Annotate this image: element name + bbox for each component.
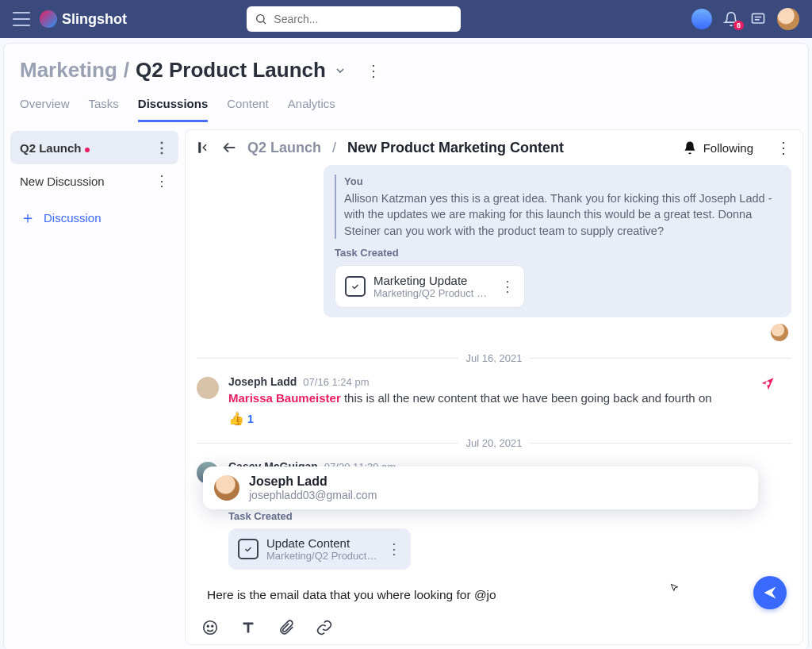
add-discussion-label: Discussion — [44, 211, 102, 225]
task-card[interactable]: Marketing Update Marketing/Q2 Product L…… — [335, 265, 525, 308]
following-label: Following — [703, 141, 753, 155]
back-button[interactable] — [220, 139, 238, 156]
message-composer — [186, 576, 802, 644]
discussion-more-button[interactable]: ⋮ — [776, 138, 791, 157]
message-time: 07/16 1:24 pm — [303, 376, 369, 388]
tab-content[interactable]: Content — [227, 97, 269, 122]
text-format-icon — [239, 619, 257, 636]
workspace-more-button[interactable]: ⋮ — [366, 61, 381, 80]
tab-tasks[interactable]: Tasks — [89, 97, 119, 122]
discussion-pane: Q2 Launch / New Product Marketing Conten… — [185, 129, 803, 645]
brand[interactable]: Slingshot — [40, 10, 127, 28]
global-search[interactable] — [247, 6, 461, 32]
plus-icon: ＋ — [20, 207, 36, 228]
sidebar-item-label: Q2 Launch — [20, 141, 82, 155]
mention-suggestion-popup[interactable]: Joseph Ladd josephladd03@gmail.com — [203, 467, 758, 509]
svg-point-10 — [212, 625, 213, 627]
chat-icon — [750, 11, 766, 27]
send-icon — [762, 585, 778, 601]
svg-rect-2 — [752, 13, 764, 23]
compose-input[interactable] — [201, 582, 787, 608]
date-divider: Jul 16, 2021 — [197, 352, 791, 364]
tab-discussions[interactable]: Discussions — [138, 97, 208, 122]
task-more-button[interactable]: ⋮ — [387, 540, 401, 558]
breadcrumb-separator: / — [124, 58, 129, 83]
brand-name: Slingshot — [62, 11, 127, 28]
task-name: Update Content — [266, 536, 379, 550]
mention-email: josephladd03@gmail.com — [249, 489, 377, 501]
breadcrumb-chevron-icon[interactable] — [334, 64, 347, 77]
sidebar-item-new-discussion[interactable]: New Discussion ⋮ — [10, 164, 178, 198]
unread-dot-icon — [85, 148, 90, 152]
message-list: You Allison Katzman yes this is a great … — [186, 165, 802, 576]
task-card[interactable]: Update Content Marketing/Q2 Product L… ⋮ — [228, 528, 411, 570]
emoji-button[interactable] — [201, 619, 219, 636]
date-divider: Jul 20, 2021 — [197, 437, 791, 449]
workspace-container: Marketing / Q2 Product Launch ⋮ Overview… — [3, 43, 809, 649]
task-name: Marketing Update — [373, 274, 492, 287]
brand-logo-icon — [40, 10, 57, 28]
task-path: Marketing/Q2 Product L… — [266, 550, 379, 562]
svg-point-7 — [766, 382, 770, 386]
task-created-label: Task Created — [228, 510, 791, 522]
add-discussion-button[interactable]: ＋ Discussion — [10, 198, 178, 238]
reaction-count: 1 — [247, 413, 254, 425]
follow-button[interactable]: Following — [683, 140, 753, 155]
message-author: Joseph Ladd — [228, 375, 297, 388]
messages-button[interactable] — [750, 11, 766, 27]
breadcrumb-parent[interactable]: Marketing — [20, 58, 117, 83]
workspace-avatar[interactable] — [691, 9, 712, 29]
notifications-button[interactable]: 8 — [723, 11, 739, 27]
sidebar-item-q2-launch[interactable]: Q2 Launch ⋮ — [10, 131, 178, 164]
format-button[interactable] — [239, 619, 257, 636]
discussion-crumb-sep: / — [332, 140, 336, 156]
menu-toggle[interactable] — [13, 12, 30, 26]
self-avatar — [771, 324, 788, 341]
reaction-thumbs-up[interactable]: 👍 1 — [228, 411, 254, 426]
search-input[interactable] — [274, 13, 453, 25]
date-text: Jul 20, 2021 — [466, 437, 523, 449]
sidebar-item-more[interactable]: ⋮ — [155, 172, 169, 190]
compose-toolbar — [201, 619, 787, 636]
task-check-icon — [238, 539, 259, 559]
top-navbar: Slingshot 8 — [0, 0, 812, 38]
bell-filled-icon — [683, 140, 697, 155]
sidebar-item-label: New Discussion — [20, 175, 105, 188]
task-check-icon — [345, 276, 366, 297]
message: Joseph Ladd 07/16 1:24 pm Marissa Baumei… — [197, 375, 791, 426]
link-button[interactable] — [316, 619, 333, 636]
mention-name: Joseph Ladd — [249, 474, 377, 489]
breadcrumb-current[interactable]: Q2 Product Launch — [136, 58, 326, 83]
task-more-button[interactable]: ⋮ — [500, 278, 515, 295]
discussion-header: Q2 Launch / New Product Marketing Conten… — [186, 130, 802, 165]
mention-indicator-icon — [760, 375, 776, 391]
message-text: this is all the new content that we have… — [341, 391, 712, 405]
self-message: You Allison Katzman yes this is a great … — [324, 165, 791, 317]
discussion-crumb-parent[interactable]: Q2 Launch — [247, 140, 321, 156]
breadcrumb: Marketing / Q2 Product Launch ⋮ — [4, 44, 808, 86]
link-icon — [316, 619, 333, 636]
task-path: Marketing/Q2 Product L… — [373, 287, 492, 299]
attach-button[interactable] — [278, 619, 295, 636]
paperclip-icon — [278, 619, 295, 636]
collapse-sidebar-button[interactable] — [197, 140, 211, 155]
quote-text: Allison Katzman yes this is a great idea… — [344, 192, 772, 237]
tab-analytics[interactable]: Analytics — [288, 97, 335, 122]
notification-badge: 8 — [733, 21, 744, 30]
svg-point-0 — [257, 15, 264, 22]
profile-avatar[interactable] — [777, 8, 799, 30]
cursor-icon — [669, 581, 680, 595]
search-icon — [255, 13, 267, 25]
svg-rect-5 — [198, 142, 201, 153]
svg-point-8 — [204, 621, 217, 635]
mention-link[interactable]: Marissa Baumeister — [228, 391, 341, 405]
tab-overview[interactable]: Overview — [20, 97, 70, 122]
discussion-sidebar: Q2 Launch ⋮ New Discussion ⋮ ＋ Discussio… — [4, 123, 185, 649]
sidebar-item-more[interactable]: ⋮ — [155, 139, 169, 156]
send-button[interactable] — [753, 576, 787, 609]
discussion-title: New Product Marketing Content — [347, 140, 564, 156]
thumbs-up-icon: 👍 — [228, 411, 244, 426]
quote-you-label: You — [344, 175, 780, 189]
svg-point-9 — [207, 625, 209, 627]
tab-row: Overview Tasks Discussions Content Analy… — [4, 86, 808, 123]
